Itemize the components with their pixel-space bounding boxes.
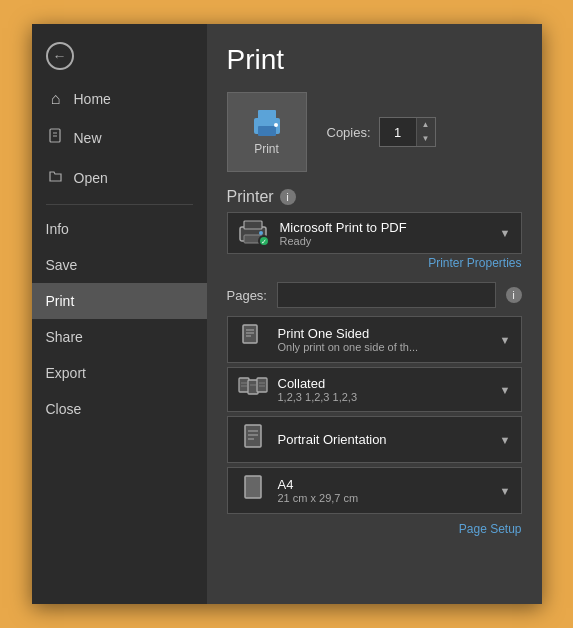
copies-area: Copies: ▲ ▼ <box>327 117 436 147</box>
orientation-dropdown-arrow: ▼ <box>500 434 511 446</box>
pages-label: Pages: <box>227 288 267 303</box>
new-icon <box>46 128 66 148</box>
pages-row: Pages: i <box>227 282 522 308</box>
sidebar-item-home[interactable]: ⌂ Home <box>32 80 207 118</box>
sidebar: ← ⌂ Home New Open <box>32 24 207 604</box>
print-dialog: ← ⌂ Home New Open <box>32 24 542 604</box>
orientation-option[interactable]: Portrait Orientation ▼ <box>227 416 522 463</box>
svg-rect-17 <box>257 378 267 392</box>
page-title: Print <box>227 44 522 76</box>
collate-sub: 1,2,3 1,2,3 1,2,3 <box>278 391 490 403</box>
sidebar-item-share[interactable]: Share <box>32 319 207 355</box>
printer-section-title: Printer i <box>227 188 522 206</box>
orientation-icon <box>238 423 268 456</box>
sidebar-item-save[interactable]: Save <box>32 247 207 283</box>
printer-name: Microsoft Print to PDF <box>280 220 490 235</box>
sides-text: Print One Sided Only print on one side o… <box>278 326 490 353</box>
print-button-label: Print <box>254 142 279 156</box>
sidebar-divider <box>46 204 193 205</box>
svg-rect-23 <box>245 425 261 447</box>
copies-label: Copies: <box>327 125 371 140</box>
copies-input[interactable] <box>380 118 416 146</box>
collate-title: Collated <box>278 376 490 391</box>
sidebar-item-label: New <box>74 130 102 146</box>
copies-input-wrap: ▲ ▼ <box>379 117 436 147</box>
paper-option[interactable]: A4 21 cm x 29,7 cm ▼ <box>227 467 522 514</box>
open-icon <box>46 168 66 188</box>
copies-spinner: ▲ ▼ <box>416 118 435 146</box>
paper-text: A4 21 cm x 29,7 cm <box>278 477 490 504</box>
paper-dropdown-arrow: ▼ <box>500 485 511 497</box>
print-button[interactable]: Print <box>227 92 307 172</box>
printer-info-icon[interactable]: i <box>280 189 296 205</box>
collate-text: Collated 1,2,3 1,2,3 1,2,3 <box>278 376 490 403</box>
copies-up-button[interactable]: ▲ <box>417 118 435 132</box>
printer-dropdown-arrow: ▼ <box>500 227 511 239</box>
pages-info-icon[interactable]: i <box>506 287 522 303</box>
printer-dropdown[interactable]: Microsoft Print to PDF Ready ▼ <box>227 212 522 254</box>
main-content: Print Print Copies: ▲ ▼ <box>207 24 542 604</box>
sides-icon <box>238 323 268 356</box>
page-setup-link[interactable]: Page Setup <box>227 522 522 536</box>
printer-icon <box>250 108 284 138</box>
sidebar-item-new[interactable]: New <box>32 118 207 158</box>
sidebar-item-close[interactable]: Close <box>32 391 207 427</box>
collate-icon <box>238 374 268 405</box>
sidebar-item-print[interactable]: Print <box>32 283 207 319</box>
orientation-title: Portrait Orientation <box>278 432 490 447</box>
paper-title: A4 <box>278 477 490 492</box>
svg-rect-11 <box>243 325 257 343</box>
printer-properties-link[interactable]: Printer Properties <box>227 256 522 270</box>
collate-option[interactable]: Collated 1,2,3 1,2,3 1,2,3 ▼ <box>227 367 522 412</box>
sidebar-item-label: Home <box>74 91 111 107</box>
printer-info: Microsoft Print to PDF Ready <box>280 220 490 247</box>
svg-point-6 <box>274 123 278 127</box>
orientation-text: Portrait Orientation <box>278 432 490 447</box>
sidebar-item-export[interactable]: Export <box>32 355 207 391</box>
print-action-area: Print Copies: ▲ ▼ <box>227 92 522 172</box>
sides-dropdown-arrow: ▼ <box>500 334 511 346</box>
sides-title: Print One Sided <box>278 326 490 341</box>
sidebar-item-info[interactable]: Info <box>32 211 207 247</box>
pages-input[interactable] <box>277 282 496 308</box>
svg-rect-27 <box>245 476 261 498</box>
sidebar-item-label: Open <box>74 170 108 186</box>
svg-rect-4 <box>258 110 276 120</box>
sides-sub: Only print on one side of th... <box>278 341 490 353</box>
back-icon: ← <box>46 42 74 70</box>
back-button[interactable]: ← <box>32 32 207 80</box>
printer-icon-area <box>238 219 270 247</box>
printer-status-dot <box>258 235 270 247</box>
paper-sub: 21 cm x 29,7 cm <box>278 492 490 504</box>
printer-status: Ready <box>280 235 490 247</box>
home-icon: ⌂ <box>46 90 66 108</box>
collate-dropdown-arrow: ▼ <box>500 384 511 396</box>
svg-rect-8 <box>244 221 262 229</box>
copies-down-button[interactable]: ▼ <box>417 132 435 146</box>
sides-option[interactable]: Print One Sided Only print on one side o… <box>227 316 522 363</box>
paper-icon <box>238 474 268 507</box>
svg-rect-5 <box>258 126 276 136</box>
sidebar-item-open[interactable]: Open <box>32 158 207 198</box>
